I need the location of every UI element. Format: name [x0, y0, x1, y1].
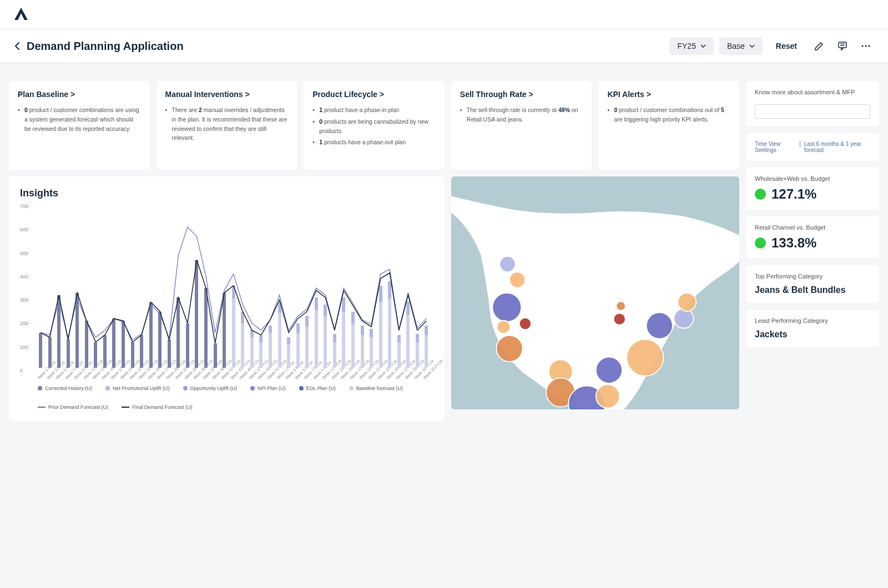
svg-point-5	[868, 45, 870, 47]
page-title: Demand Planning Application	[27, 40, 184, 53]
kpi-alerts-bullets: 0 product / customer combinations out of…	[607, 105, 730, 124]
map-card[interactable]	[451, 176, 739, 409]
sell-through-bullets: The sell-through rate is currently at 48…	[460, 105, 583, 124]
more-button[interactable]	[857, 37, 875, 55]
svg-point-3	[861, 45, 863, 47]
insights-legend: Corrected History (U) Net Promotional Up…	[20, 386, 433, 410]
insights-chart[interactable]: 0100200300400500600700Week 1 FY23Week 3 …	[20, 204, 433, 381]
side-column: Know more about assortment & MFP Time Vi…	[746, 81, 879, 347]
product-lifecycle-card: Product Lifecycle > 1 product have a pha…	[304, 81, 445, 170]
least-category-label: Least Performing Category	[755, 317, 870, 324]
top-category-value: Jeans & Belt Bundles	[755, 285, 870, 295]
svg-point-22	[678, 293, 696, 311]
pencil-icon	[814, 41, 824, 51]
year-dropdown[interactable]: FY25	[669, 37, 713, 55]
plan-baseline-bullets: 0 product / customer combinations are us…	[18, 105, 141, 133]
sell-through-card: Sell Through Rate > The sell-through rat…	[451, 81, 592, 170]
assortment-card: Know more about assortment & MFP	[746, 81, 879, 126]
chevron-down-icon	[700, 44, 706, 48]
legend-item: Final Demand Forecast (U)	[122, 404, 193, 410]
kpi-retail-card: Retail Channel vs. Budget 133.8%	[746, 216, 879, 258]
comment-icon	[837, 41, 847, 51]
svg-point-4	[865, 45, 866, 47]
assortment-label: Know more about assortment & MFP	[755, 89, 870, 95]
manual-interventions-title[interactable]: Manual Interventions >	[165, 90, 289, 99]
svg-point-11	[496, 336, 522, 362]
svg-point-8	[492, 293, 521, 322]
manual-interventions-bullets: There are 2 manual overrides / adjustmen…	[165, 105, 289, 143]
list-item: 0 product / customer combinations out of…	[607, 105, 730, 124]
scenario-dropdown-label: Base	[727, 42, 745, 50]
top-bar	[0, 0, 888, 29]
manual-interventions-card: Manual Interventions > There are 2 manua…	[157, 81, 297, 170]
list-item: 0 products are being cannabalized by new…	[312, 117, 436, 136]
kpi-title: Wholesale+Web vs. Budget	[755, 175, 870, 182]
top-category-label: Top Performing Category	[755, 273, 870, 280]
svg-point-7	[509, 272, 525, 287]
content: Plan Baseline > 0 product / customer com…	[0, 63, 888, 439]
kpi-value: 127.1%	[771, 186, 816, 202]
legend-item: EOL Plan (U)	[299, 386, 336, 391]
kpi-title: Retail Channel vs. Budget	[755, 224, 870, 231]
app-logo-icon	[13, 7, 29, 22]
insights-title: Insights	[20, 187, 433, 199]
back-button[interactable]	[13, 42, 22, 50]
list-item: 0 product / customer combinations are us…	[18, 105, 141, 133]
edit-button[interactable]	[810, 37, 828, 55]
svg-point-16	[596, 357, 622, 383]
kpi-alerts-title[interactable]: KPI Alerts >	[607, 90, 730, 99]
product-lifecycle-bullets: 1 product have a phase-in plan 0 product…	[312, 105, 436, 147]
page-header: Demand Planning Application FY25 Base Re…	[0, 29, 888, 63]
reset-button[interactable]: Reset	[768, 37, 805, 55]
svg-point-20	[646, 312, 672, 338]
status-dot-icon	[755, 189, 766, 200]
dots-icon	[861, 45, 871, 47]
list-item: There are 2 manual overrides / adjustmen…	[165, 105, 289, 143]
top-category-card: Top Performing Category Jeans & Belt Bun…	[746, 265, 879, 303]
svg-point-10	[519, 318, 531, 330]
least-category-card: Least Performing Category Jackets	[746, 310, 879, 347]
list-item: 1 product have a phase-in plan	[312, 105, 436, 115]
map-svg	[451, 176, 739, 409]
insights-card: Insights 0100200300400500600700Week 1 FY…	[9, 176, 445, 421]
time-view-value: Last 6 months & 1 year forecast	[804, 141, 870, 153]
legend-item: NPI Plan (U)	[250, 386, 286, 391]
svg-point-15	[596, 384, 619, 408]
list-item: The sell-through rate is currently at 48…	[460, 105, 583, 124]
comments-button[interactable]	[834, 37, 851, 55]
scenario-dropdown[interactable]: Base	[719, 37, 763, 55]
chevron-down-icon	[749, 44, 755, 48]
legend-item: Opportunity Uplift (U)	[183, 386, 238, 391]
plan-baseline-card: Plan Baseline > 0 product / customer com…	[9, 81, 150, 170]
legend-item: Corrected History (U)	[38, 386, 92, 391]
status-dot-icon	[755, 237, 766, 249]
legend-item: Prior Demand Forecast (U)	[38, 404, 108, 410]
list-item: 1 products have a phase-out plan	[312, 138, 436, 147]
kpi-value: 133.8%	[771, 235, 816, 251]
svg-point-17	[613, 313, 625, 325]
svg-rect-0	[839, 42, 846, 48]
least-category-value: Jackets	[755, 330, 870, 339]
time-view-card[interactable]: Time View Seetings | Last 6 months & 1 y…	[746, 133, 879, 161]
assortment-input[interactable]	[755, 104, 870, 119]
svg-point-9	[497, 321, 510, 334]
legend-item: Baseline forecast (U)	[349, 386, 403, 391]
plan-baseline-title[interactable]: Plan Baseline >	[18, 90, 141, 99]
time-view-label: Time View Seetings	[755, 141, 796, 153]
year-dropdown-label: FY25	[677, 42, 695, 50]
product-lifecycle-title[interactable]: Product Lifecycle >	[312, 90, 436, 99]
main-column: Plan Baseline > 0 product / customer com…	[9, 81, 739, 421]
legend-item: Net Promotional Uplift (U)	[105, 386, 170, 391]
kpi-wholesale-card: Wholesale+Web vs. Budget 127.1%	[746, 168, 879, 210]
sell-through-title[interactable]: Sell Through Rate >	[460, 90, 583, 99]
svg-point-19	[627, 339, 663, 376]
svg-point-6	[500, 256, 515, 272]
svg-point-18	[616, 301, 625, 311]
svg-point-21	[674, 308, 693, 328]
kpi-alerts-card: KPI Alerts > 0 product / customer combin…	[598, 81, 739, 170]
